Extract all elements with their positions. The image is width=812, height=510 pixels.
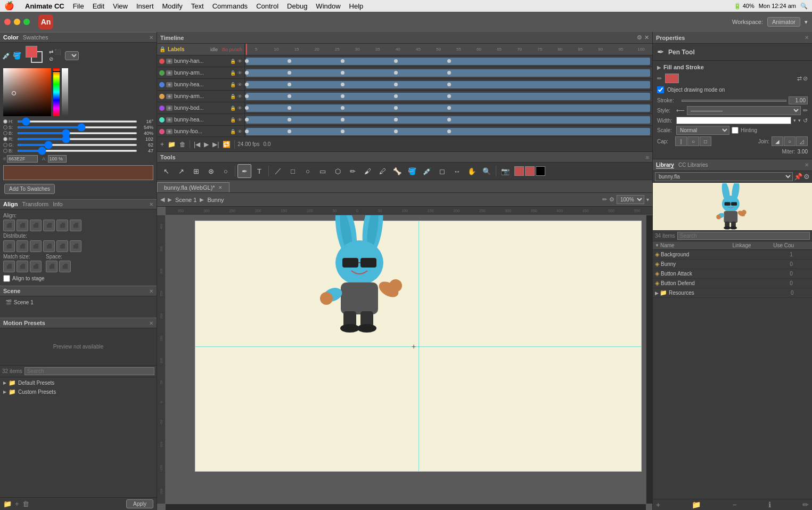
stage-bg-area[interactable]: +	[166, 215, 646, 504]
tab-align[interactable]: Align	[3, 201, 18, 207]
swap-icon[interactable]: ⇄	[49, 49, 53, 55]
expand-resources-icon[interactable]: ▶	[655, 290, 659, 296]
space-h[interactable]: ⬛	[46, 261, 58, 272]
add-to-swatches-button[interactable]: Add To Swatches	[4, 184, 55, 194]
close-window-button[interactable]	[4, 19, 11, 25]
maximize-window-button[interactable]	[23, 19, 30, 25]
brush2-tool[interactable]: 🖊	[375, 164, 389, 178]
radio-b2[interactable]	[3, 149, 7, 153]
align-right[interactable]: ⬛	[30, 220, 42, 231]
timeline-delete-layer[interactable]: 🗑	[178, 140, 187, 149]
zoom-down-icon[interactable]: ▾	[646, 197, 649, 203]
frame-row-5[interactable]	[245, 114, 652, 126]
motion-apply-button[interactable]: Apply	[126, 499, 153, 508]
color-gradient-picker[interactable]	[3, 68, 51, 116]
lasso-tool[interactable]: ○	[219, 164, 233, 178]
layer-lock-3[interactable]: 🔒	[230, 94, 236, 99]
pen-tool[interactable]: ✒	[237, 164, 251, 178]
menu-debug[interactable]: Debug	[287, 2, 307, 10]
color-type-dropdown[interactable]: Solid color	[65, 51, 79, 60]
alpha-slider[interactable]	[62, 68, 68, 116]
menu-modify[interactable]: Modify	[162, 2, 183, 10]
r-slider[interactable]	[17, 138, 137, 140]
width-down-icon[interactable]: ▾	[793, 118, 796, 123]
black-color-tool[interactable]	[536, 166, 545, 176]
cap-square-btn[interactable]: □	[700, 136, 711, 146]
timeline-play-prev[interactable]: |◀	[193, 140, 201, 149]
stage-zoom-select[interactable]: 100% 75% 50% 200%	[617, 195, 644, 204]
cap-none-btn[interactable]: |	[675, 136, 687, 146]
timeline-layer-row-4[interactable]: ◈ bunny-bod... 🔒 👁	[157, 102, 244, 114]
hue-slider[interactable]	[53, 68, 60, 116]
eraser-tool[interactable]: ◻	[435, 164, 449, 178]
timeline-layer-row-0[interactable]: ◈ bunny-han... 🔒 👁	[157, 55, 244, 67]
align-left[interactable]: ⬛	[3, 220, 15, 231]
layer-lock-2[interactable]: 🔒	[230, 82, 236, 87]
gradient-transform-tool[interactable]: ⊛	[204, 164, 218, 178]
line-tool[interactable]: ／	[271, 164, 285, 178]
alpha-input[interactable]	[48, 155, 67, 163]
align-panel-close[interactable]: ✕	[149, 201, 153, 207]
tab-info[interactable]: Info	[53, 201, 62, 207]
style-pencil-icon[interactable]: ✏	[803, 107, 808, 114]
cap-round-btn[interactable]: ○	[687, 136, 699, 146]
h-scrollbar[interactable]	[166, 504, 646, 510]
motion-presets-close[interactable]: ✕	[149, 320, 153, 326]
layer-eye-6[interactable]: 👁	[237, 129, 242, 134]
frame-row-4[interactable]	[245, 102, 652, 114]
timeline-play[interactable]: ▶	[203, 140, 210, 149]
timeline-close-icon[interactable]: ✕	[644, 34, 649, 41]
sort-icon[interactable]: ▼	[655, 243, 659, 248]
none-icon[interactable]: ⊘	[49, 56, 53, 62]
motion-delete-icon[interactable]: 🗑	[22, 500, 29, 508]
v-scrollbar[interactable]	[646, 215, 652, 504]
menu-window[interactable]: Window	[316, 2, 340, 10]
align-bottom[interactable]: ⬛	[70, 220, 81, 231]
fill-color-box[interactable]	[26, 46, 37, 58]
width-refresh-icon[interactable]: ↺	[803, 117, 808, 124]
timeline-folder[interactable]: 📁	[167, 140, 177, 149]
search-icon[interactable]: 🔍	[800, 3, 808, 10]
poly-tool[interactable]: ⬡	[331, 164, 345, 178]
library-file-select[interactable]: bunny.fla	[655, 172, 793, 181]
fill-stroke-collapse-icon[interactable]: ▶	[657, 64, 661, 70]
h-slider[interactable]	[17, 120, 137, 123]
library-row-bunny[interactable]: ◈ Bunny 0	[653, 260, 812, 269]
library-row-btn-defend[interactable]: ◈ Button Defend 0	[653, 279, 812, 288]
library-settings-btn[interactable]: ⚙	[803, 173, 810, 181]
hinting-checkbox[interactable]	[732, 127, 739, 134]
motion-tree-item-default[interactable]: ▶ 📁 Default Presets	[3, 378, 153, 387]
stroke-value-input[interactable]	[789, 96, 808, 104]
library-minus-btn[interactable]: −	[733, 500, 737, 509]
radio-b[interactable]	[3, 131, 7, 135]
timeline-new-layer[interactable]: +	[159, 140, 165, 149]
menu-help[interactable]: Help	[349, 2, 364, 10]
bunny-character[interactable]	[311, 215, 418, 336]
brush-tool[interactable]: 🖌	[360, 164, 374, 178]
minimize-window-button[interactable]	[14, 19, 20, 25]
tab-color[interactable]: Color	[3, 34, 19, 41]
library-add-btn[interactable]: +	[656, 500, 660, 509]
oval-tool[interactable]: ○	[301, 164, 315, 178]
align-center-h[interactable]: ⬛	[17, 220, 28, 231]
layer-lock-4[interactable]: 🔒	[230, 106, 236, 111]
timeline-icon1[interactable]: ⚙	[637, 34, 642, 41]
layer-lock-5[interactable]: 🔒	[230, 117, 236, 123]
fill-color-property[interactable]	[665, 74, 679, 83]
text-tool[interactable]: T	[252, 164, 266, 178]
apple-menu[interactable]: 🍎	[4, 1, 14, 11]
eyedropper-tool[interactable]: 💉	[420, 164, 434, 178]
rect-tool[interactable]: □	[286, 164, 300, 178]
rect-primitive-tool[interactable]: ▭	[316, 164, 330, 178]
b-slider[interactable]	[17, 132, 137, 134]
g-slider[interactable]	[17, 144, 137, 146]
library-pin-btn[interactable]: 📌	[794, 173, 802, 181]
reset-icon[interactable]: ⬛	[54, 49, 61, 55]
timeline-layer-row-2[interactable]: ◈ bunny-hea... 🔒 👁	[157, 79, 244, 91]
timeline-layer-row-3[interactable]: ◈ bunny-arm... 🔒 👁	[157, 91, 244, 102]
timeline-loop[interactable]: 🔁	[222, 140, 232, 149]
b2-slider[interactable]	[17, 150, 137, 152]
s-slider[interactable]	[17, 126, 137, 128]
align-top[interactable]: ⬛	[43, 220, 55, 231]
stage-tab-bunny[interactable]: bunny.fla (WebGL)* ✕	[157, 182, 229, 192]
